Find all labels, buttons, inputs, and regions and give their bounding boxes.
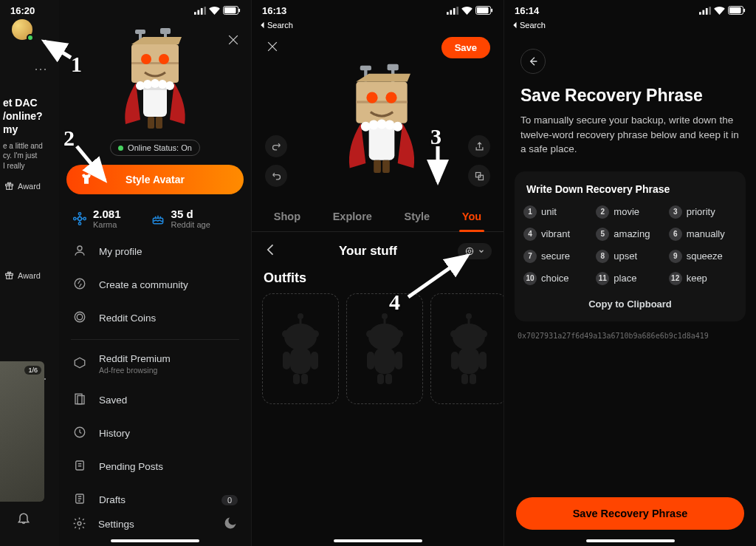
svg-rect-40 bbox=[78, 396, 84, 404]
close-icon[interactable] bbox=[265, 39, 280, 57]
style-avatar-label: Style Avatar bbox=[126, 174, 185, 185]
close-icon[interactable] bbox=[226, 33, 241, 50]
svg-rect-48 bbox=[450, 10, 452, 14]
recovery-word: 1unit bbox=[523, 205, 591, 219]
back-to-search[interactable]: Search bbox=[252, 21, 504, 31]
chevron-down-icon bbox=[478, 248, 485, 255]
vault-chip[interactable] bbox=[458, 243, 492, 259]
svg-rect-17 bbox=[131, 62, 179, 64]
word-number: 6 bbox=[669, 228, 682, 241]
pending-icon bbox=[72, 459, 87, 474]
svg-point-69 bbox=[385, 120, 394, 129]
svg-point-74 bbox=[468, 250, 471, 253]
word-number: 1 bbox=[523, 205, 537, 219]
recovery-word: 5amazing bbox=[596, 228, 664, 241]
svg-rect-57 bbox=[387, 64, 398, 71]
recovery-word: 8upset bbox=[596, 250, 664, 263]
word-number: 11 bbox=[596, 272, 609, 285]
style-avatar-button[interactable]: Style Avatar bbox=[66, 165, 244, 194]
online-dot-icon bbox=[118, 146, 123, 151]
svg-rect-101 bbox=[470, 374, 476, 384]
menu-create-community[interactable]: Create a community bbox=[59, 268, 251, 301]
share-button[interactable] bbox=[468, 135, 490, 157]
recovery-word: 10choice bbox=[523, 272, 591, 285]
svg-rect-22 bbox=[148, 117, 154, 129]
back-button[interactable] bbox=[504, 31, 756, 74]
online-status-pill[interactable]: Online Status: On bbox=[110, 140, 200, 156]
menu-saved[interactable]: Saved bbox=[59, 383, 251, 417]
profile-drawer: 16:20 bbox=[59, 0, 251, 546]
menu-drafts[interactable]: Drafts 0 bbox=[59, 483, 251, 516]
gift-icon bbox=[4, 181, 14, 191]
outfit-slot-empty[interactable] bbox=[262, 293, 339, 404]
word-text: movie bbox=[614, 206, 639, 217]
back-arrow[interactable] bbox=[264, 242, 278, 260]
copy-to-clipboard-button[interactable]: Copy to Clipboard bbox=[523, 298, 737, 310]
svg-point-96 bbox=[480, 330, 487, 338]
svg-rect-7 bbox=[204, 7, 206, 15]
post-image-thumb[interactable]: 1/6 bbox=[0, 361, 44, 502]
home-indicator bbox=[586, 539, 675, 542]
save-recovery-phrase-button[interactable]: Save Recovery Phrase bbox=[516, 497, 744, 530]
svg-point-78 bbox=[312, 330, 319, 338]
premium-icon bbox=[72, 356, 87, 372]
reddit-age-stat[interactable]: 35 d Reddit age bbox=[151, 208, 210, 229]
svg-rect-14 bbox=[160, 28, 171, 34]
status-icons bbox=[447, 6, 493, 15]
word-number: 12 bbox=[669, 272, 682, 285]
tab-explore[interactable]: Explore bbox=[330, 202, 375, 231]
tab-style[interactable]: Style bbox=[402, 202, 433, 231]
more-icon[interactable]: ⋯ bbox=[34, 61, 59, 77]
save-button[interactable]: Save bbox=[441, 37, 490, 58]
menu-reddit-coins[interactable]: Reddit Coins bbox=[59, 301, 251, 335]
back-to-search[interactable]: Search bbox=[504, 21, 756, 31]
menu-my-profile[interactable]: My profile bbox=[59, 235, 251, 268]
menu-reddit-premium[interactable]: Reddit PremiumAd-free browsing bbox=[59, 344, 251, 383]
menu-history[interactable]: History bbox=[59, 417, 251, 450]
chevron-left-icon bbox=[259, 21, 265, 29]
tab-you[interactable]: You bbox=[459, 202, 484, 231]
recovery-word: 4vibrant bbox=[523, 228, 591, 241]
svg-rect-55 bbox=[360, 66, 371, 71]
outfit-slot-empty[interactable] bbox=[346, 293, 423, 404]
svg-rect-98 bbox=[451, 352, 458, 369]
word-text: manually bbox=[687, 228, 725, 239]
settings-row[interactable]: Settings bbox=[59, 516, 251, 533]
word-number: 5 bbox=[596, 228, 609, 241]
recovery-word: 12keep bbox=[669, 272, 737, 285]
notifications-icon[interactable] bbox=[16, 511, 31, 528]
svg-rect-110 bbox=[743, 9, 745, 13]
svg-rect-50 bbox=[456, 7, 458, 15]
karma-stat[interactable]: 2.081 Karma bbox=[72, 208, 121, 229]
wallet-hash: 0x7027931a27f6d49a13a6710b9a686e6b9c1d8a… bbox=[504, 321, 756, 340]
user-avatar-small[interactable] bbox=[12, 19, 32, 40]
svg-rect-80 bbox=[283, 352, 290, 369]
recovery-word: 3priority bbox=[669, 205, 737, 219]
outfit-slot-empty[interactable] bbox=[430, 293, 504, 404]
svg-rect-83 bbox=[301, 374, 308, 384]
avatar-large[interactable] bbox=[111, 27, 199, 134]
svg-point-70 bbox=[393, 122, 402, 132]
redo-button[interactable] bbox=[265, 135, 287, 157]
undo-icon bbox=[271, 171, 282, 182]
status-icons bbox=[194, 6, 241, 15]
menu-pending-posts[interactable]: Pending Posts bbox=[59, 450, 251, 483]
home-indicator bbox=[334, 539, 422, 542]
svg-point-75 bbox=[298, 313, 303, 319]
svg-rect-104 bbox=[699, 12, 701, 15]
svg-point-62 bbox=[385, 92, 396, 103]
screenshot-1-profile-panel: ⋯ et DAC/online?my e a little andcy. I'm… bbox=[0, 0, 252, 546]
duplicate-button[interactable] bbox=[468, 165, 490, 187]
home-indicator bbox=[111, 539, 199, 542]
avatar-preview bbox=[252, 61, 504, 202]
award-button-2[interactable]: Award bbox=[4, 270, 59, 280]
image-counter-badge: 1/6 bbox=[24, 366, 41, 375]
recovery-word: 11place bbox=[596, 272, 664, 285]
award-button[interactable]: Award bbox=[4, 181, 59, 191]
feed-sliver: ⋯ et DAC/online?my e a little andcy. I'm… bbox=[0, 0, 59, 546]
dark-mode-toggle[interactable] bbox=[223, 516, 238, 533]
undo-button[interactable] bbox=[265, 165, 287, 187]
svg-point-19 bbox=[159, 54, 169, 64]
tab-shop[interactable]: Shop bbox=[271, 202, 303, 231]
svg-point-77 bbox=[282, 330, 289, 338]
